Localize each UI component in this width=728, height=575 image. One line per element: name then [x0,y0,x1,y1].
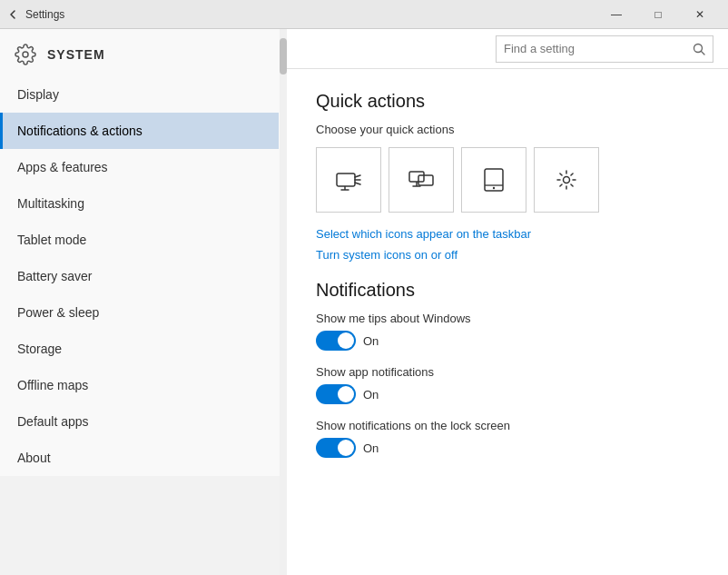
sidebar-app-title: SYSTEM [47,47,105,62]
close-button[interactable]: ✕ [679,0,721,29]
sidebar-nav: Display Notifications & actions Apps & f… [0,76,279,476]
tablet-icon [481,167,507,193]
toggle-thumb-lock [338,440,354,456]
search-input[interactable] [497,42,685,55]
toggle-row-tips: Show me tips about Windows On [316,312,699,351]
titlebar: Settings — □ ✕ [0,0,728,29]
svg-rect-9 [418,175,433,185]
toggle-state-tips: On [363,334,379,348]
project-icon [408,166,435,193]
sidebar-item-notifications[interactable]: Notifications & actions [0,113,279,149]
scrollbar-track[interactable] [280,29,287,575]
window-controls: — □ ✕ [595,0,721,29]
right-panel: Quick actions Choose your quick actions [287,29,728,575]
settings-icon [554,167,579,193]
toggle-thumb-app-notif [338,386,354,402]
svg-point-15 [564,177,570,183]
toggle-thumb-tips [338,332,354,349]
sidebar-header: SYSTEM [0,29,279,76]
gear-icon [15,44,36,65]
toggle-container-tips: On [316,331,699,351]
sidebar-item-default[interactable]: Default apps [0,403,279,440]
titlebar-title: Settings [25,8,595,21]
toggle-state-lock: On [363,441,379,455]
connect-icon [335,166,362,193]
sidebar-item-multitasking[interactable]: Multitasking [0,185,279,222]
toggle-state-app-notif: On [363,388,379,402]
sidebar-item-tablet[interactable]: Tablet mode [0,222,279,258]
svg-point-13 [493,187,495,189]
toggle-switch-lock[interactable] [316,438,356,458]
minimize-button[interactable]: — [595,0,637,29]
toggle-label-lock: Show notifications on the lock screen [316,419,699,432]
svg-line-3 [355,175,360,177]
toggle-switch-tips[interactable] [316,331,356,351]
back-button[interactable] [7,9,18,20]
quick-actions-subheading: Choose your quick actions [316,123,699,136]
quick-actions-heading: Quick actions [316,91,699,112]
quick-action-project[interactable] [389,147,454,213]
sidebar-item-power[interactable]: Power & sleep [0,294,279,331]
quick-action-tablet[interactable] [461,147,526,213]
sidebar-item-display[interactable]: Display [0,76,279,113]
search-box[interactable] [496,35,713,63]
notifications-section: Notifications Show me tips about Windows… [316,280,699,458]
svg-rect-2 [337,173,355,186]
taskbar-icons-link[interactable]: Select which icons appear on the taskbar [316,227,699,241]
notifications-heading: Notifications [316,280,699,301]
sidebar-item-storage[interactable]: Storage [0,331,279,367]
toggle-switch-app-notif[interactable] [316,384,356,404]
toggle-track-app-notif [316,384,356,404]
quick-actions-grid [316,147,699,213]
scrollbar-thumb[interactable] [280,38,287,74]
app-container: SYSTEM Display Notifications & actions A… [0,29,728,575]
svg-line-5 [355,183,360,184]
toggle-container-app-notif: On [316,384,699,404]
toggle-container-lock: On [316,438,699,458]
sidebar-item-apps[interactable]: Apps & features [0,149,279,185]
toggle-track-tips [316,331,356,351]
svg-line-1 [702,51,705,55]
search-icon [685,35,713,63]
svg-rect-8 [409,172,424,182]
sidebar-item-about[interactable]: About [0,440,279,476]
sidebar-item-offline[interactable]: Offline maps [0,367,279,403]
sidebar-item-battery[interactable]: Battery saver [0,258,279,294]
quick-action-settings[interactable] [534,147,599,213]
maximize-button[interactable]: □ [637,0,679,29]
system-icons-link[interactable]: Turn system icons on or off [316,248,699,262]
toggle-row-app-notif: Show app notifications On [316,365,699,404]
content-area: Quick actions Choose your quick actions [287,69,728,575]
toggle-row-lock: Show notifications on the lock screen On [316,419,699,458]
right-header [287,29,728,69]
sidebar: SYSTEM Display Notifications & actions A… [0,29,287,575]
toggle-label-tips: Show me tips about Windows [316,312,699,325]
toggle-track-lock [316,438,356,458]
quick-action-connect[interactable] [316,147,381,213]
toggle-label-app-notif: Show app notifications [316,365,699,379]
